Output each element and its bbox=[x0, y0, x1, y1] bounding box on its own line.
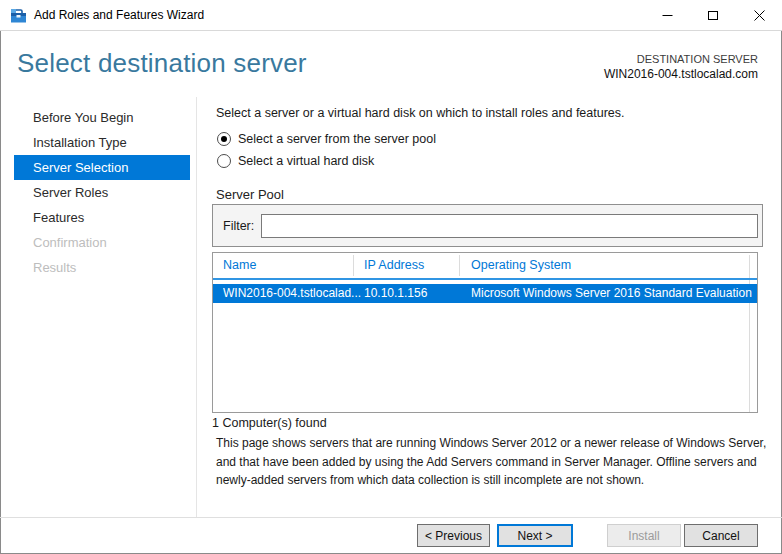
table-row-selected[interactable]: WIN2016-004.tstlocalad.... 10.10.1.156 M… bbox=[213, 284, 757, 303]
window-title: Add Roles and Features Wizard bbox=[34, 8, 204, 22]
intro-text: Select a server or a virtual hard disk o… bbox=[216, 106, 625, 120]
column-header-ip-address[interactable]: IP Address bbox=[364, 258, 424, 272]
server-pool-title: Server Pool bbox=[216, 187, 284, 202]
radio-virtual-hard-disk-label: Select a virtual hard disk bbox=[238, 154, 374, 168]
sidebar-item-confirmation: Confirmation bbox=[14, 230, 190, 255]
radio-virtual-hard-disk[interactable]: Select a virtual hard disk bbox=[217, 154, 374, 168]
sidebar-item-installation-type[interactable]: Installation Type bbox=[14, 130, 190, 155]
computers-found-text: 1 Computer(s) found bbox=[212, 416, 327, 430]
column-header-operating-system[interactable]: Operating System bbox=[471, 258, 571, 272]
radio-server-pool-label: Select a server from the server pool bbox=[238, 132, 436, 146]
add-roles-wizard-window: Add Roles and Features Wizard Select des… bbox=[0, 0, 782, 554]
sidebar-item-before-you-begin[interactable]: Before You Begin bbox=[14, 105, 190, 130]
table-header-underline bbox=[213, 278, 757, 280]
title-bar: Add Roles and Features Wizard bbox=[0, 0, 782, 31]
footer-divider bbox=[0, 517, 782, 518]
radio-selected-icon[interactable] bbox=[217, 132, 231, 146]
column-header-name[interactable]: Name bbox=[223, 258, 256, 272]
destination-server-name: WIN2016-004.tstlocalad.com bbox=[604, 67, 758, 81]
filter-group: Filter: bbox=[212, 204, 763, 247]
next-button[interactable]: Next > bbox=[497, 524, 573, 547]
page-title: Select destination server bbox=[17, 48, 307, 79]
cancel-button[interactable]: Cancel bbox=[684, 524, 758, 547]
toolbox-icon bbox=[10, 7, 27, 24]
cell-operating-system: Microsoft Windows Server 2016 Standard E… bbox=[471, 286, 755, 300]
sidebar-item-results: Results bbox=[14, 255, 190, 280]
radio-server-pool[interactable]: Select a server from the server pool bbox=[217, 132, 436, 146]
server-pool-table[interactable]: Name IP Address Operating System WIN2016… bbox=[212, 252, 758, 413]
page-description: This page shows servers that are running… bbox=[216, 434, 772, 490]
destination-server-label: DESTINATION SERVER bbox=[637, 53, 758, 65]
table-header[interactable]: Name IP Address Operating System bbox=[213, 253, 757, 278]
previous-button[interactable]: < Previous bbox=[417, 524, 490, 547]
cell-server-name: WIN2016-004.tstlocalad.... bbox=[223, 286, 361, 300]
sidebar-item-server-selection[interactable]: Server Selection bbox=[14, 155, 190, 180]
sidebar-item-server-roles[interactable]: Server Roles bbox=[14, 180, 190, 205]
column-divider bbox=[459, 255, 460, 276]
sidebar-divider bbox=[196, 97, 197, 517]
column-divider bbox=[353, 255, 354, 276]
install-button: Install bbox=[607, 524, 681, 547]
filter-label: Filter: bbox=[223, 219, 254, 233]
minimize-button[interactable] bbox=[644, 0, 690, 30]
sidebar-item-features[interactable]: Features bbox=[14, 205, 190, 230]
close-button[interactable] bbox=[736, 0, 782, 30]
radio-unselected-icon[interactable] bbox=[217, 154, 231, 168]
maximize-button[interactable] bbox=[690, 0, 736, 30]
filter-input[interactable] bbox=[261, 214, 758, 238]
cell-ip-address: 10.10.1.156 bbox=[364, 286, 464, 300]
